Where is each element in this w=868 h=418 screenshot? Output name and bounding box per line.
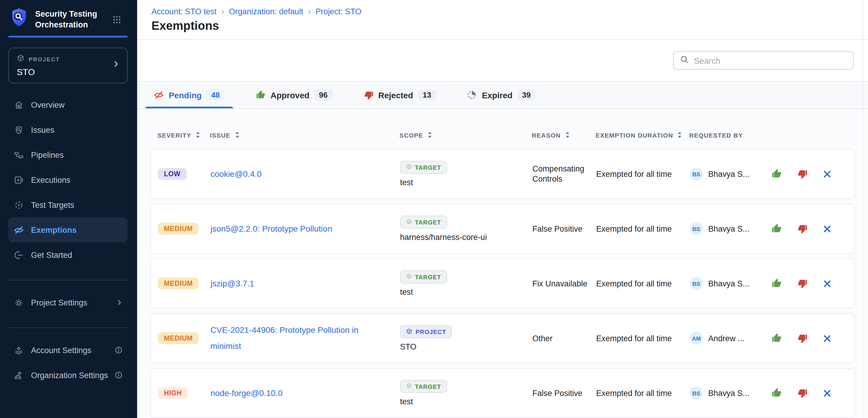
column-header-severity[interactable]: SEVERITY xyxy=(150,131,210,138)
sidebar-item-executions[interactable]: Executions xyxy=(8,167,128,192)
dismiss-button[interactable] xyxy=(823,388,832,397)
severity-badge: MEDIUM xyxy=(158,223,199,235)
home-icon xyxy=(14,100,24,110)
shield-search-icon xyxy=(14,125,24,135)
accent-divider xyxy=(8,36,128,37)
duration-cell: Exempted for all time xyxy=(596,334,690,343)
tab-count-badge: 13 xyxy=(418,89,436,101)
severity-badge: HIGH xyxy=(158,387,188,399)
app-logo-shield-icon xyxy=(11,8,27,36)
dismiss-button[interactable] xyxy=(823,279,832,288)
sort-icon xyxy=(565,132,569,138)
tab-count-badge: 39 xyxy=(517,89,535,101)
clock-expired-icon xyxy=(467,90,477,100)
tab-count-badge: 48 xyxy=(206,89,224,101)
project-selector[interactable]: PROJECT STO xyxy=(8,48,128,83)
column-header-reason[interactable]: REASON xyxy=(532,131,595,138)
sidebar-item-overview[interactable]: Overview xyxy=(8,92,128,117)
search-input[interactable] xyxy=(694,56,847,65)
scope-chip: PROJECT xyxy=(400,325,452,338)
org-gear-icon xyxy=(14,370,24,380)
exemptions-table: SEVERITY ISSUE SCOPE REASON EXEMPTION DU… xyxy=(137,109,868,418)
sidebar-header: Security Testing Orchestration xyxy=(0,0,137,36)
requester-name: Andrew ... xyxy=(708,334,745,343)
approve-button[interactable] xyxy=(771,333,782,344)
avatar: BS xyxy=(690,277,703,290)
tab-approved[interactable]: Approved 96 xyxy=(247,81,341,108)
target-ring-icon xyxy=(406,273,412,280)
tab-pending[interactable]: Pending 48 xyxy=(146,81,233,108)
reject-button[interactable] xyxy=(797,278,808,289)
sidebar-item-get-started[interactable]: Get Started xyxy=(8,242,128,267)
layers-gear-icon xyxy=(14,345,24,355)
reason-cell: False Positive xyxy=(532,223,596,234)
sidebar-item-exemptions[interactable]: Exemptions xyxy=(8,217,128,242)
issue-link[interactable]: jszip@3.7.1 xyxy=(211,275,389,291)
sidebar-item-account-settings[interactable]: Account Settings xyxy=(8,338,128,362)
info-icon[interactable] xyxy=(115,371,123,379)
avatar: BS xyxy=(690,386,703,399)
sidebar-item-project-settings[interactable]: Project Settings xyxy=(8,290,128,315)
duration-cell: Exempted for all time xyxy=(596,279,690,288)
sidebar-item-pipelines[interactable]: Pipelines xyxy=(8,142,128,167)
breadcrumb-project[interactable]: Project: STO xyxy=(316,7,362,16)
thumb-up-icon xyxy=(255,90,266,100)
tab-expired[interactable]: Expired 39 xyxy=(459,81,544,108)
sort-icon xyxy=(677,132,682,138)
reason-cell: Other xyxy=(532,333,596,343)
issue-link[interactable]: json5@2.2.0: Prototype Pollution xyxy=(211,221,389,237)
avatar: AM xyxy=(690,332,703,345)
dismiss-button[interactable] xyxy=(823,334,832,343)
breadcrumb: Account: STO test › Organization: defaul… xyxy=(151,7,854,16)
sidebar-item-test-targets[interactable]: Test Targets xyxy=(8,192,128,217)
breadcrumb-account[interactable]: Account: STO test xyxy=(151,7,217,16)
scope-value: test xyxy=(400,397,413,406)
sidebar-nav: Overview Issues Pipeline xyxy=(0,92,137,267)
sidebar-item-issues[interactable]: Issues xyxy=(8,117,128,142)
scope-chip: TARGET xyxy=(400,161,447,174)
sort-icon xyxy=(428,132,432,138)
approve-button[interactable] xyxy=(771,169,782,179)
project-card-name: STO xyxy=(17,67,120,77)
exemption-row: LOW cookie@0.4.0 TARGET test Compensatin… xyxy=(150,149,855,199)
scope-value: test xyxy=(400,178,413,187)
dismiss-button[interactable] xyxy=(823,169,832,178)
scope-value: test xyxy=(400,288,413,297)
page-title: Exemptions xyxy=(151,19,854,33)
reject-button[interactable] xyxy=(797,223,808,234)
sort-icon xyxy=(235,132,239,138)
pipeline-icon xyxy=(14,150,24,160)
column-header-exemption-duration[interactable]: EXEMPTION DURATION xyxy=(595,131,689,138)
issue-link[interactable]: cookie@0.4.0 xyxy=(211,166,389,182)
sidebar-item-organization-settings[interactable]: Organization Settings xyxy=(8,362,128,388)
approve-button[interactable] xyxy=(771,223,782,234)
requester-name: Bhavya S... xyxy=(708,279,749,288)
sidebar-divider xyxy=(8,327,128,328)
reason-cell: Fix Unavailable xyxy=(532,278,596,288)
approve-button[interactable] xyxy=(771,388,782,398)
app-title: Security Testing Orchestration xyxy=(35,9,107,36)
module-grid-icon[interactable] xyxy=(112,15,122,27)
breadcrumb-separator: › xyxy=(308,6,311,16)
approve-button[interactable] xyxy=(771,278,782,289)
reject-button[interactable] xyxy=(797,333,808,344)
app-window: Security Testing Orchestration PROJECT xyxy=(0,0,868,418)
project-card-label: PROJECT xyxy=(29,56,60,62)
eye-off-icon xyxy=(154,90,164,100)
issue-link[interactable]: node-forge@0.10.0 xyxy=(211,385,389,401)
dismiss-button[interactable] xyxy=(823,224,832,233)
severity-badge: MEDIUM xyxy=(158,332,199,344)
reject-button[interactable] xyxy=(797,169,808,179)
exemption-row: MEDIUM CVE-2021-44906: Prototype Polluti… xyxy=(150,313,855,363)
breadcrumb-organization[interactable]: Organization: default xyxy=(229,7,303,16)
tab-rejected[interactable]: Rejected 13 xyxy=(355,81,444,108)
gear-icon xyxy=(14,298,24,308)
info-icon[interactable] xyxy=(115,346,123,354)
column-header-issue[interactable]: ISSUE xyxy=(210,131,399,138)
column-header-scope[interactable]: SCOPE xyxy=(399,131,532,138)
duration-cell: Exempted for all time xyxy=(596,224,690,233)
reject-button[interactable] xyxy=(797,388,808,398)
issue-link[interactable]: CVE-2021-44906: Prototype Pollution in m… xyxy=(211,322,389,354)
scrollbar-track[interactable] xyxy=(863,0,863,418)
target-ring-icon xyxy=(406,383,412,390)
